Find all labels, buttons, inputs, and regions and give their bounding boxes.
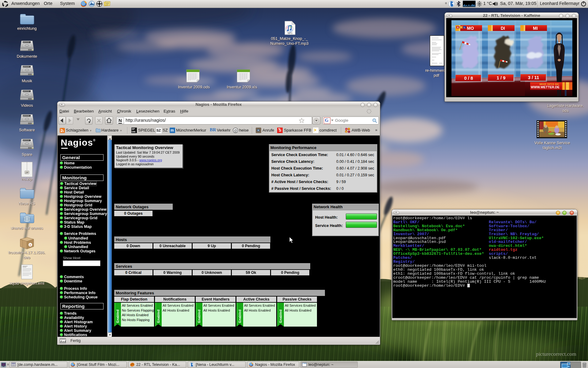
svg-text:B: B xyxy=(345,131,347,133)
svg-text:@: @ xyxy=(234,128,237,132)
svg-text:W: W xyxy=(348,128,350,130)
svg-text:ZIP: ZIP xyxy=(25,171,29,174)
svg-text:MP3: MP3 xyxy=(288,32,292,35)
svg-text:R: R xyxy=(457,26,458,29)
svg-text:MI: MI xyxy=(533,26,538,31)
svg-text:Enabled: Enabled xyxy=(238,310,242,323)
svg-text:A: A xyxy=(346,128,347,130)
svg-text:Enabled: Enabled xyxy=(156,310,160,323)
svg-text:L: L xyxy=(464,26,466,29)
svg-text:1 / 9: 1 / 9 xyxy=(496,75,505,80)
svg-text:MEHR INFOS BEI: MEHR INFOS BEI xyxy=(539,83,559,85)
svg-text:DI: DI xyxy=(501,26,505,31)
svg-text:Enabled: Enabled xyxy=(279,310,282,323)
svg-text:3 / 11: 3 / 11 xyxy=(528,75,539,80)
svg-text:MO: MO xyxy=(467,26,474,31)
svg-text:WWW.WETTER.DE: WWW.WETTER.DE xyxy=(531,85,560,89)
svg-text:Enabled: Enabled xyxy=(116,310,119,323)
svg-text:e: e xyxy=(30,243,31,246)
svg-text:0 / 8: 0 / 8 xyxy=(464,75,473,81)
svg-text:T: T xyxy=(461,26,462,29)
svg-text:Enabled: Enabled xyxy=(197,310,201,323)
